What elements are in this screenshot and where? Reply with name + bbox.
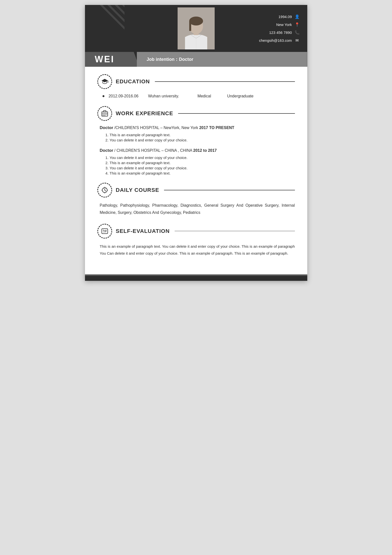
- email-text: chengsih@163.com: [259, 38, 292, 43]
- work-experience-section: WORK EXPERIENCE Doctor /CHILDREN'S HOSPI…: [97, 106, 295, 175]
- daily-course-line: [164, 190, 295, 190]
- job-list-1: This is an example of paragraph text. Yo…: [97, 133, 295, 142]
- edu-field: Medical: [197, 94, 227, 98]
- name-text: WEI: [95, 54, 115, 65]
- job-title-bold-2: Doctor: [100, 148, 113, 153]
- header-stripes: [85, 5, 124, 52]
- job-date-1: 2017 TO PRESENT: [199, 126, 234, 130]
- job-list-item: You can delete it and enter copy of your…: [110, 138, 295, 142]
- location-row: New York 📍: [259, 22, 300, 27]
- self-eval-line: [175, 231, 295, 231]
- footer: [85, 276, 307, 281]
- daily-course-icon-circle: [97, 183, 112, 198]
- job-list-item: This is an example of paragraph text.: [110, 161, 295, 165]
- phone-row: 123 456 7890 📞: [259, 30, 300, 35]
- education-section: EDUCATION ● 2012.09-2016.06 Wuhan univer…: [97, 74, 295, 99]
- edu-degree: Undergraduate: [227, 94, 253, 98]
- job-list-item: This is an example of paragraph text.: [110, 171, 295, 175]
- daily-course-section: DAILY COURSE Pathology, Pathophysiology,…: [97, 183, 295, 216]
- email-icon: ✉: [294, 38, 300, 43]
- education-header: EDUCATION: [97, 74, 295, 89]
- work-header: WORK EXPERIENCE: [97, 106, 295, 121]
- education-line: [155, 81, 295, 82]
- education-row: ● 2012.09-2016.06 Wuhan university. Medi…: [97, 93, 295, 99]
- job-title-bold-1: Doctor: [100, 125, 113, 130]
- svg-line-18: [106, 188, 106, 189]
- phone-text: 123 456 7890: [269, 30, 292, 35]
- job-title-rest-1: /CHILDREN'S HOSPITAL – NewYork, New York: [114, 126, 199, 130]
- job-title-row-2: Doctor / CHILDREN'S HOSPITAL – CHINA , C…: [97, 148, 295, 153]
- education-title: EDUCATION: [116, 78, 150, 85]
- phone-icon: 📞: [294, 30, 300, 35]
- education-icon-circle: [97, 74, 112, 89]
- main-content: EDUCATION ● 2012.09-2016.06 Wuhan univer…: [85, 67, 307, 274]
- self-eval-title: SELF-EVALUATION: [116, 228, 170, 234]
- work-line: [178, 113, 295, 114]
- edu-date: 2012.09-2016.06: [108, 94, 148, 98]
- daily-course-text: Pathology, Pathophysiology, Pharmacology…: [97, 202, 295, 216]
- job-title-rest-2: / CHILDREN'S HOSPITAL – CHINA , CHINA: [114, 148, 193, 153]
- edu-bullet: ●: [102, 93, 105, 99]
- work-title: WORK EXPERIENCE: [116, 110, 173, 117]
- job-intention-value: Doctor: [179, 57, 193, 62]
- header-info: 1994.09 👤 New York 📍 123 456 7890 📞 chen…: [259, 5, 300, 52]
- stripe-1: [90, 5, 124, 44]
- email-row: chengsih@163.com ✉: [259, 38, 300, 43]
- job-list-2: You can delete it and enter copy of your…: [97, 155, 295, 175]
- svg-point-20: [103, 230, 104, 230]
- resume-wrapper: 1994.09 👤 New York 📍 123 456 7890 📞 chen…: [85, 5, 307, 281]
- person-icon: 👤: [294, 14, 300, 19]
- svg-rect-19: [102, 229, 108, 234]
- profile-photo: [178, 7, 215, 49]
- svg-line-17: [103, 188, 104, 189]
- photo-container: [178, 7, 215, 49]
- job-entry-2: Doctor / CHILDREN'S HOSPITAL – CHINA , C…: [97, 148, 295, 175]
- self-evaluation-section: SELF-EVALUATION This is an example of pa…: [97, 224, 295, 257]
- birth-text: 1994.09: [278, 15, 292, 19]
- self-eval-text: This is an example of paragraph text. Yo…: [97, 243, 295, 257]
- daily-course-title: DAILY COURSE: [116, 187, 159, 193]
- job-intention-section: Job intention：Doctor: [137, 52, 307, 67]
- self-eval-header: SELF-EVALUATION: [97, 224, 295, 239]
- header: 1994.09 👤 New York 📍 123 456 7890 📞 chen…: [85, 5, 307, 52]
- job-entry-1: Doctor /CHILDREN'S HOSPITAL – NewYork, N…: [97, 125, 295, 142]
- self-eval-icon-circle: [97, 224, 112, 239]
- location-icon: 📍: [294, 22, 300, 27]
- name-section: WEI: [85, 52, 139, 67]
- svg-point-3: [189, 17, 203, 25]
- job-title-row-1: Doctor /CHILDREN'S HOSPITAL – NewYork, N…: [97, 125, 295, 130]
- edu-school: Wuhan university.: [148, 94, 197, 98]
- work-icon-circle: [97, 106, 112, 121]
- job-intention-text: Job intention：Doctor: [147, 56, 193, 62]
- svg-point-21: [105, 230, 106, 230]
- job-intention-label: Job intention：: [147, 57, 179, 62]
- svg-rect-4: [189, 21, 191, 31]
- job-list-item: You can delete it and enter copy of your…: [110, 166, 295, 170]
- job-list-item: This is an example of paragraph text.: [110, 133, 295, 137]
- location-text: New York: [276, 22, 292, 27]
- name-bar: WEI Job intention：Doctor: [85, 52, 307, 67]
- job-list-item: You can delete it and enter copy of your…: [110, 155, 295, 160]
- job-date-2: 2012 to 2017: [193, 148, 217, 153]
- birth-row: 1994.09 👤: [259, 14, 300, 19]
- daily-course-header: DAILY COURSE: [97, 183, 295, 198]
